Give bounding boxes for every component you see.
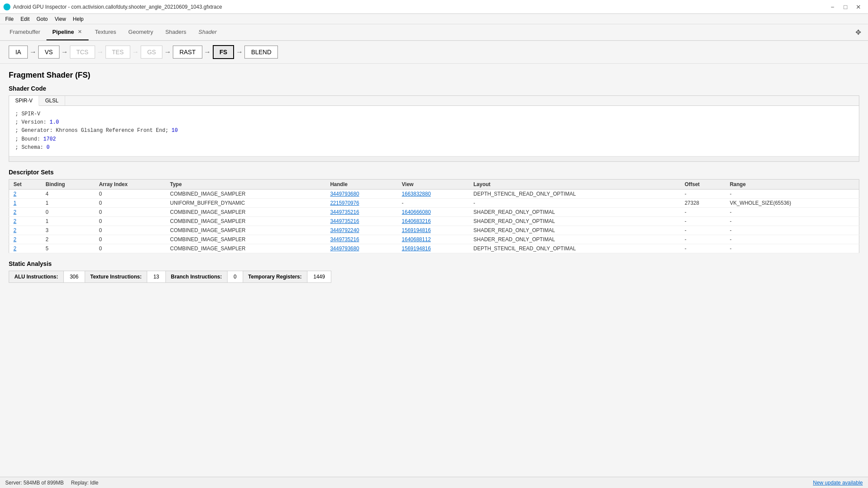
stage-TCS[interactable]: TCS — [70, 46, 95, 59]
cell-range: - — [726, 244, 859, 253]
tab-textures[interactable]: Textures — [89, 24, 122, 40]
stat-label: Texture Instructions: — [85, 271, 147, 282]
stat-label: Branch Instructions: — [166, 271, 228, 282]
title-bar: Android GPU Inspector - com.activision.c… — [0, 0, 868, 14]
table-row: 220COMBINED_IMAGE_SAMPLER344973521616406… — [9, 235, 859, 244]
minimize-button[interactable]: − — [826, 2, 838, 12]
tab-shader[interactable]: Shader — [192, 24, 223, 40]
shader-code-body[interactable]: ; SPIR-V ; Version: 1.0 ; Generator: Khr… — [9, 106, 859, 156]
col-handle: Handle — [326, 179, 397, 189]
descriptor-table: Set Binding Array Index Type Handle View… — [9, 179, 859, 253]
cell-layout: DEPTH_STENCIL_READ_ONLY_OPTIMAL — [469, 189, 680, 198]
cell-layout: - — [469, 198, 680, 207]
pipeline-stages-bar: IA → VS → TCS → TES → GS → RAST → FS → B… — [0, 41, 868, 64]
menu-bar: File Edit Goto View Help — [0, 14, 868, 24]
cell-view: 1640683216 — [397, 216, 469, 226]
cell-binding: 1 — [41, 198, 95, 207]
cell-range: - — [726, 189, 859, 198]
code-line-5: ; Schema: 0 — [15, 144, 853, 152]
app-icon — [3, 3, 10, 10]
status-bar: Server: 584MB of 899MB Replay: Idle New … — [0, 477, 868, 488]
cell-offset: - — [680, 244, 726, 253]
arrow-6: → — [202, 48, 213, 56]
stage-TES[interactable]: TES — [106, 46, 130, 59]
code-line-1: ; SPIR-V — [15, 110, 853, 118]
menu-file[interactable]: File — [2, 15, 17, 23]
new-update-link[interactable]: New update available — [813, 480, 863, 486]
stat-label: Temporary Registers: — [243, 271, 307, 282]
stat-value: 1449 — [307, 271, 331, 282]
cell-offset: - — [680, 189, 726, 198]
descriptor-sets-title: Descriptor Sets — [9, 169, 859, 176]
cell-type: COMBINED_IMAGE_SAMPLER — [165, 207, 326, 216]
static-analysis-section: Static Analysis ALU Instructions:306Text… — [9, 260, 859, 283]
stage-BLEND[interactable]: BLEND — [244, 46, 278, 59]
cell-set: 2 — [9, 207, 42, 216]
menu-view[interactable]: View — [51, 15, 69, 23]
code-line-4: ; Bound: 1702 — [15, 135, 853, 144]
tab-pipeline[interactable]: Pipeline ✕ — [46, 24, 89, 40]
title-bar-left: Android GPU Inspector - com.activision.c… — [3, 3, 222, 10]
stage-IA[interactable]: IA — [9, 46, 28, 59]
cell-offset: - — [680, 216, 726, 226]
cell-array-index: 0 — [95, 198, 166, 207]
cell-binding: 4 — [41, 189, 95, 198]
tab-bar: Framebuffer Pipeline ✕ Textures Geometry… — [0, 24, 868, 41]
cell-handle: 3449735216 — [326, 235, 397, 244]
static-analysis-row: ALU Instructions:306Texture Instructions… — [9, 271, 331, 283]
shader-tab-spirv[interactable]: SPIR-V — [9, 96, 39, 106]
cell-array-index: 0 — [95, 189, 166, 198]
shader-code-hscroll[interactable] — [9, 156, 859, 161]
table-row: 210COMBINED_IMAGE_SAMPLER344973521616406… — [9, 216, 859, 226]
cell-view: 1663832880 — [397, 189, 469, 198]
cell-handle: 3449793680 — [326, 189, 397, 198]
cell-layout: DEPTH_STENCIL_READ_ONLY_OPTIMAL — [469, 244, 680, 253]
cell-layout: SHADER_READ_ONLY_OPTIMAL — [469, 216, 680, 226]
cell-binding: 1 — [41, 216, 95, 226]
cell-handle: 2215970976 — [326, 198, 397, 207]
tab-pipeline-close[interactable]: ✕ — [76, 29, 83, 35]
menu-help[interactable]: Help — [69, 15, 87, 23]
arrow-5: → — [162, 48, 173, 56]
cell-range: - — [726, 207, 859, 216]
stat-label: ALU Instructions: — [9, 271, 64, 282]
cell-view: - — [397, 198, 469, 207]
cell-array-index: 0 — [95, 235, 166, 244]
cell-view: 1640688112 — [397, 235, 469, 244]
cell-range: - — [726, 226, 859, 235]
cell-view: 1569194816 — [397, 244, 469, 253]
arrow-4: → — [130, 48, 141, 56]
cell-binding: 3 — [41, 226, 95, 235]
expand-button[interactable]: ✥ — [852, 24, 865, 40]
stage-GS[interactable]: GS — [141, 46, 162, 59]
cell-offset: - — [680, 207, 726, 216]
menu-goto[interactable]: Goto — [33, 15, 51, 23]
close-button[interactable]: ✕ — [852, 2, 865, 12]
maximize-button[interactable]: □ — [839, 2, 851, 12]
cell-handle: 3449735216 — [326, 216, 397, 226]
menu-edit[interactable]: Edit — [17, 15, 33, 23]
stage-RAST[interactable]: RAST — [173, 46, 202, 59]
col-array-index: Array Index — [95, 179, 166, 189]
title-bar-title: Android GPU Inspector - com.activision.c… — [13, 4, 222, 10]
shader-tab-glsl[interactable]: GLSL — [39, 96, 65, 105]
shader-code-title: Shader Code — [9, 85, 859, 92]
cell-binding: 0 — [41, 207, 95, 216]
cell-set: 1 — [9, 198, 42, 207]
tab-framebuffer[interactable]: Framebuffer — [3, 24, 46, 40]
arrow-3: → — [95, 48, 106, 56]
stage-FS[interactable]: FS — [213, 45, 234, 59]
cell-type: UNIFORM_BUFFER_DYNAMIC — [165, 198, 326, 207]
arrow-7: → — [234, 48, 244, 56]
cell-type: COMBINED_IMAGE_SAMPLER — [165, 189, 326, 198]
tab-geometry[interactable]: Geometry — [122, 24, 159, 40]
stage-VS[interactable]: VS — [38, 46, 59, 59]
col-view: View — [397, 179, 469, 189]
tab-shaders[interactable]: Shaders — [159, 24, 192, 40]
cell-binding: 5 — [41, 244, 95, 253]
arrow-1: → — [28, 48, 38, 56]
table-row: 200COMBINED_IMAGE_SAMPLER344973521616406… — [9, 207, 859, 216]
arrow-2: → — [59, 48, 70, 56]
cell-type: COMBINED_IMAGE_SAMPLER — [165, 216, 326, 226]
shader-code-container: SPIR-V GLSL ; SPIR-V ; Version: 1.0 ; Ge… — [9, 95, 859, 162]
